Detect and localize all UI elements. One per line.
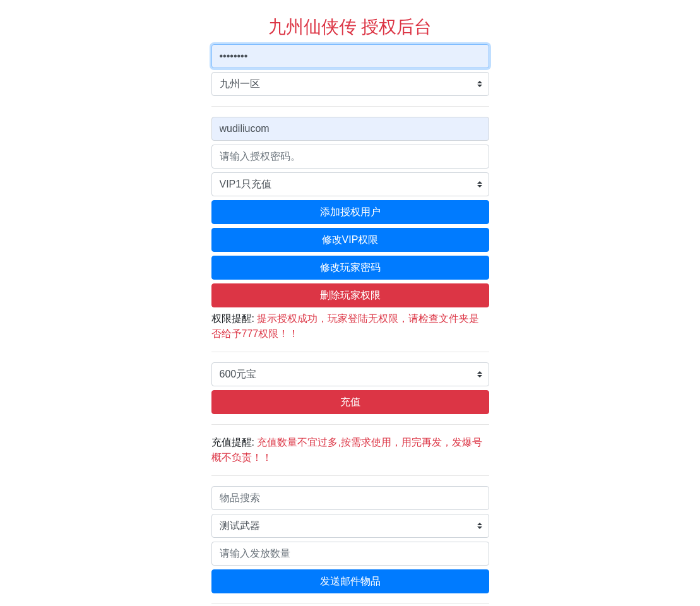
recharge-reminder-label: 充值提醒: (211, 437, 258, 448)
server-select[interactable]: 九州一区 (211, 72, 489, 96)
item-search-input[interactable] (211, 486, 489, 510)
permission-reminder: 权限提醒: 提示授权成功，玩家登陆无权限，请检查文件夹是否给予777权限！！ (211, 311, 489, 342)
auth-password-input[interactable] (211, 145, 489, 169)
recharge-button[interactable]: 充值 (211, 390, 489, 414)
item-select[interactable]: 测试武器 (211, 514, 489, 538)
password-input[interactable] (211, 44, 489, 68)
permission-reminder-label: 权限提醒: (211, 313, 258, 324)
divider (211, 352, 489, 352)
yuanbao-select[interactable]: 600元宝 (211, 362, 489, 386)
divider (211, 106, 489, 107)
divider (211, 424, 489, 425)
vip-select[interactable]: VIP1只充值 (211, 172, 489, 196)
modify-vip-button[interactable]: 修改VIP权限 (211, 228, 489, 252)
quantity-input[interactable] (211, 542, 489, 566)
modify-password-button[interactable]: 修改玩家密码 (211, 256, 489, 280)
recharge-reminder: 充值提醒: 充值数量不宜过多,按需求使用，用完再发，发爆号概不负责！！ (211, 435, 489, 465)
delete-player-button[interactable]: 删除玩家权限 (211, 283, 489, 307)
username-input[interactable] (211, 117, 489, 141)
page-title: 九州仙侠传 授权后台 (211, 15, 489, 39)
send-mail-button[interactable]: 发送邮件物品 (211, 569, 489, 593)
divider (211, 475, 489, 476)
add-auth-user-button[interactable]: 添加授权用户 (211, 200, 489, 224)
divider (211, 603, 489, 604)
